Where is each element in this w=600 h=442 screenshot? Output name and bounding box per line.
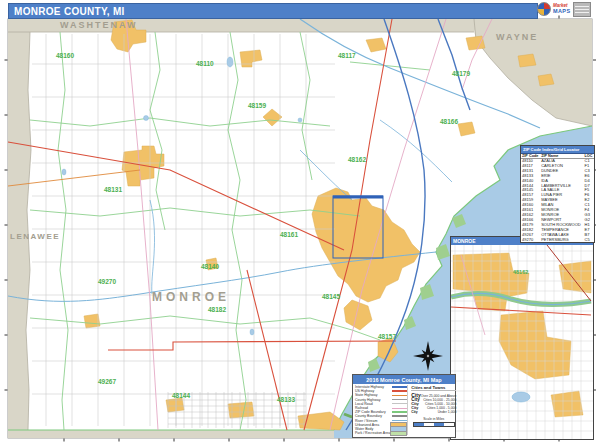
- county-label-monroe: MONROE: [152, 290, 230, 304]
- zip-label-48162: 48162: [348, 156, 366, 163]
- logo-text-bottom: MAPS: [553, 9, 571, 15]
- cities-towns-title: Cities and Towns: [411, 385, 456, 391]
- zip-label-48166: 48166: [440, 118, 458, 125]
- legend-swatch: [392, 415, 407, 417]
- legend-swatch: [392, 411, 407, 413]
- legend-item: Park / Recreation Area: [355, 431, 407, 435]
- legend-swatch: [392, 420, 407, 421]
- zip-label-49267: 49267: [98, 378, 116, 385]
- scale-label: Scale in Miles: [411, 417, 456, 421]
- legend-items: Interstate HighwayUS HighwayState Highwa…: [355, 385, 407, 435]
- zip-label-48140: 48140: [201, 263, 219, 270]
- logo-emblem-icon: [537, 2, 551, 16]
- zip-table-row: 49270PETERSBURGC5: [521, 238, 594, 243]
- legend-swatch: [392, 390, 407, 392]
- inset-zip-label: 48162: [513, 269, 528, 275]
- zip-label-48179: 48179: [452, 70, 470, 77]
- legend-title: 2016 Monroe County, MI Map: [353, 375, 455, 384]
- ohio-strip: [8, 430, 346, 438]
- zip-table-title: ZIP Code Index/Grid Locator: [521, 146, 594, 154]
- zip-label-48110: 48110: [196, 60, 214, 67]
- legend-swatch: [390, 431, 407, 436]
- zip-label-48145: 48145: [322, 293, 340, 300]
- legend-swatch: [392, 386, 407, 388]
- urban-petersburg: [84, 314, 100, 328]
- zip-table-body: 48110AZALIAC148117CARLETONF148131DUNDEEC…: [521, 159, 594, 243]
- title-bar: MONROE COUNTY, MI: [8, 3, 538, 19]
- zip-index-table: ZIP Code Index/Grid Locator ZIP CodeZIP …: [520, 145, 595, 243]
- zip-label-48182: 48182: [208, 306, 226, 313]
- zip-label-48161: 48161: [280, 231, 298, 238]
- zip-label-48157: 48157: [378, 333, 396, 340]
- map-sheet: MONROE COUNTY, MI Market MAPS WASHTENAWW…: [0, 0, 600, 442]
- zip-label-48144: 48144: [172, 392, 190, 399]
- inset-map: MONROE 48162: [450, 236, 594, 440]
- legend-swatch: [392, 395, 407, 397]
- zip-label-48160: 48160: [56, 52, 74, 59]
- city-class-row: CityUnder 1,000: [411, 410, 456, 415]
- logo-badge: [573, 2, 591, 17]
- legend-swatch: [392, 408, 407, 409]
- county-label-washtenaw: WASHTENAW: [60, 20, 138, 30]
- marketmaps-logo: Market MAPS: [537, 1, 595, 17]
- scale-bar: Scale in Miles: [411, 417, 456, 427]
- zip-label-48117: 48117: [338, 52, 356, 59]
- zip-label-48133: 48133: [277, 396, 295, 403]
- zip-label-48159: 48159: [248, 102, 266, 109]
- scale-bar-graphic: [413, 422, 455, 427]
- legend-box: 2016 Monroe County, MI Map Interstate Hi…: [352, 374, 456, 438]
- legend-swatch: [392, 399, 407, 401]
- city-classes: CityOver 25,000 and AboveCityCities 10,0…: [411, 392, 456, 415]
- legend-swatch: [392, 403, 407, 404]
- county-label-lenawee: LENAWEE: [10, 232, 60, 241]
- zip-label-48131: 48131: [104, 186, 122, 193]
- county-lenawee-area: [8, 32, 31, 430]
- page-title: MONROE COUNTY, MI: [9, 6, 125, 17]
- county-label-wayne: WAYNE: [496, 32, 538, 42]
- zip-label-49270: 49270: [98, 278, 116, 285]
